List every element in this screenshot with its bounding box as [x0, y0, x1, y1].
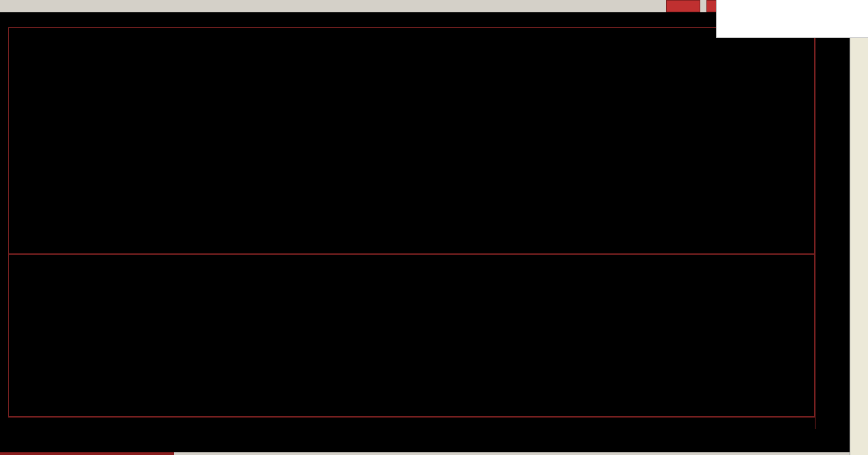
- indicator-tabs-bar: [0, 429, 850, 441]
- main-price-chart-panel[interactable]: [8, 27, 815, 254]
- indicator-header: [8, 254, 815, 267]
- right-toolbar: [850, 38, 868, 455]
- bottom-scrollbar-left: [0, 452, 174, 455]
- site-logo: [716, 0, 868, 38]
- bottom-scrollbar[interactable]: [0, 452, 868, 455]
- time-axis: [8, 417, 815, 429]
- quote-button[interactable]: [666, 0, 700, 12]
- indicator-chart[interactable]: [9, 267, 814, 416]
- bottom-nav-bar: [0, 441, 850, 452]
- main-price-chart[interactable]: [9, 28, 814, 253]
- indicator-chart-panel[interactable]: [8, 267, 815, 417]
- chart-title-bar: [0, 12, 716, 27]
- trading-app-window: [0, 0, 868, 455]
- price-axis: [815, 27, 850, 429]
- left-view-tabs: [0, 27, 8, 417]
